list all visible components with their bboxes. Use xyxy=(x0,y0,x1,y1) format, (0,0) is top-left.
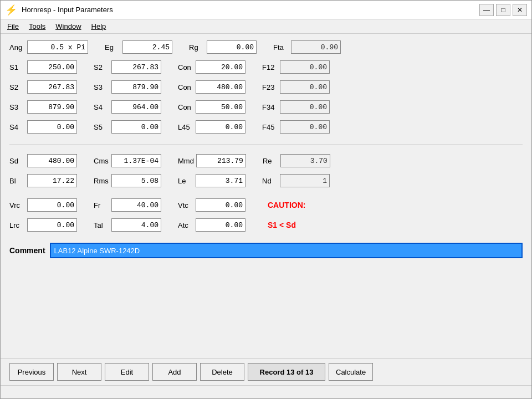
bl-group: Bl xyxy=(9,174,77,187)
s1-group: S1 xyxy=(9,60,77,74)
main-window: ⚡ Hornresp - Input Parameters — □ ✕ File… xyxy=(0,0,532,399)
f23-group: F23 xyxy=(262,80,330,94)
previous-button[interactable]: Previous xyxy=(9,363,54,381)
s5-input[interactable] xyxy=(111,120,161,134)
s4-group: S4 xyxy=(94,100,161,114)
menu-tools[interactable]: Tools xyxy=(24,21,50,32)
re-input[interactable] xyxy=(280,154,330,167)
tal-group: Tal xyxy=(94,218,161,232)
fta-label: Fta xyxy=(273,43,289,52)
s4b-input[interactable] xyxy=(27,120,77,134)
f23-input[interactable] xyxy=(280,80,330,94)
rg-input[interactable] xyxy=(207,40,257,54)
close-button[interactable]: ✕ xyxy=(513,4,527,16)
rms-group: Rms xyxy=(94,174,161,187)
rms-label: Rms xyxy=(94,177,109,185)
eg-label: Eg xyxy=(105,43,120,52)
l45-input[interactable] xyxy=(196,120,245,134)
mmd-group: Mmd xyxy=(178,154,246,167)
row-ang: Ang Eg Rg Fta xyxy=(9,40,523,54)
cms-input[interactable] xyxy=(111,154,161,167)
f45-label: F45 xyxy=(262,123,278,131)
fr-input[interactable] xyxy=(111,198,161,212)
s3-input[interactable] xyxy=(111,80,161,94)
minimize-button[interactable]: — xyxy=(479,4,494,16)
s3-group: S3 xyxy=(94,80,161,94)
window-title: Hornresp - Input Parameters xyxy=(22,6,113,14)
sd-input[interactable] xyxy=(27,154,77,167)
s2-group: S2 xyxy=(94,60,161,74)
fta-input[interactable] xyxy=(291,40,341,54)
cms-label: Cms xyxy=(94,157,109,165)
s3b-input[interactable] xyxy=(27,100,77,114)
delete-button[interactable]: Delete xyxy=(200,363,244,381)
l45-group: L45 xyxy=(178,120,245,134)
l45-label: L45 xyxy=(178,123,193,131)
maximize-button[interactable]: □ xyxy=(496,4,510,16)
eg-input[interactable] xyxy=(122,40,172,54)
lrc-label: Lrc xyxy=(9,221,25,229)
menu-help[interactable]: Help xyxy=(87,21,111,32)
con1-input[interactable] xyxy=(196,60,245,74)
s2-input[interactable] xyxy=(111,60,161,74)
title-bar-left: ⚡ Hornresp - Input Parameters xyxy=(5,4,113,16)
nd-group: Nd xyxy=(262,174,330,187)
bl-label: Bl xyxy=(9,177,25,185)
vrc-input[interactable] xyxy=(27,198,77,212)
fr-label: Fr xyxy=(94,201,109,209)
f12-input[interactable] xyxy=(280,60,330,74)
lrc-input[interactable] xyxy=(27,218,77,232)
row-s2: S2 S3 Con F23 xyxy=(9,80,523,94)
vrc-group: Vrc xyxy=(9,198,77,212)
menu-window[interactable]: Window xyxy=(51,21,85,32)
next-button[interactable]: Next xyxy=(57,363,101,381)
s5-label: S5 xyxy=(94,123,109,131)
caution-sub: S1 < Sd xyxy=(268,221,296,229)
s4-input[interactable] xyxy=(111,100,161,114)
rg-group: Rg xyxy=(189,40,257,54)
s4b-group: S4 xyxy=(9,120,77,134)
bl-input[interactable] xyxy=(27,174,77,187)
vtc-label: Vtc xyxy=(178,201,193,209)
menu-file[interactable]: File xyxy=(3,21,23,32)
re-label: Re xyxy=(263,157,278,165)
row-lrc: Lrc Tal Atc S1 < Sd xyxy=(9,218,523,232)
row-bl: Bl Rms Le Nd xyxy=(9,174,523,187)
row-s4: S4 S5 L45 F45 xyxy=(9,120,523,134)
title-bar: ⚡ Hornresp - Input Parameters — □ ✕ xyxy=(1,1,531,19)
f45-input[interactable] xyxy=(280,120,330,134)
caution-group: CAUTION: xyxy=(268,201,305,209)
window-controls: — □ ✕ xyxy=(479,4,527,16)
mmd-label: Mmd xyxy=(178,157,194,165)
rms-input[interactable] xyxy=(111,174,161,187)
vrc-label: Vrc xyxy=(9,201,25,209)
atc-input[interactable] xyxy=(196,218,245,232)
eg-group: Eg xyxy=(105,40,172,54)
edit-button[interactable]: Edit xyxy=(105,363,149,381)
s4-label: S4 xyxy=(94,103,109,111)
comment-input[interactable] xyxy=(50,243,523,258)
le-input[interactable] xyxy=(196,174,245,187)
tal-input[interactable] xyxy=(111,218,161,232)
s5-group: S5 xyxy=(94,120,161,134)
main-content: Ang Eg Rg Fta S1 S2 xyxy=(1,34,531,358)
s1-input[interactable] xyxy=(27,60,77,74)
button-bar: Previous Next Edit Add Delete Record 13 … xyxy=(1,358,531,385)
nd-input[interactable] xyxy=(280,174,330,187)
comment-label: Comment xyxy=(9,246,45,255)
s4b-label: S4 xyxy=(9,123,25,131)
ang-input[interactable] xyxy=(27,40,88,54)
calculate-button[interactable]: Calculate xyxy=(329,363,373,381)
f23-label: F23 xyxy=(262,83,278,91)
mmd-input[interactable] xyxy=(196,154,246,167)
vtc-input[interactable] xyxy=(196,198,245,212)
s2b-input[interactable] xyxy=(27,80,77,94)
add-button[interactable]: Add xyxy=(152,363,197,381)
fta-group: Fta xyxy=(273,40,341,54)
con3-input[interactable] xyxy=(196,100,245,114)
nd-label: Nd xyxy=(262,177,278,185)
con2-input[interactable] xyxy=(196,80,245,94)
ang-label: Ang xyxy=(9,43,25,52)
f34-input[interactable] xyxy=(280,100,330,114)
ang-group: Ang xyxy=(9,40,88,54)
